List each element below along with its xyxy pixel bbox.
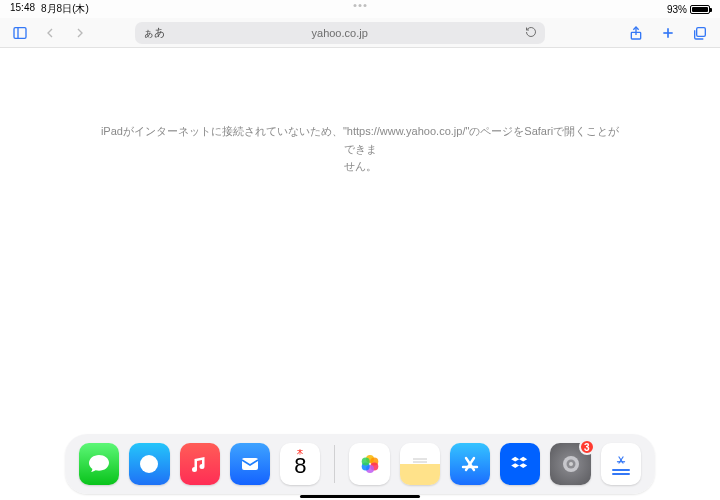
safari-toolbar: ぁあ yahoo.co.jp — [0, 18, 720, 48]
status-bar: 15:48 8月8日(木) 93% — [0, 0, 720, 18]
home-indicator[interactable] — [300, 495, 420, 498]
settings-badge: 3 — [579, 439, 595, 455]
error-line1: iPadがインターネットに接続されていないため、"https://www.yah… — [101, 125, 619, 155]
error-message: iPadがインターネットに接続されていないため、"https://www.yah… — [100, 123, 620, 176]
svg-point-15 — [361, 458, 369, 466]
url-bar[interactable]: ぁあ yahoo.co.jp — [135, 22, 545, 44]
battery-percentage: 93% — [667, 4, 687, 15]
sidebar-button[interactable] — [8, 21, 32, 45]
share-button[interactable] — [624, 21, 648, 45]
status-time: 15:48 — [10, 2, 35, 16]
multitask-dots-icon[interactable] — [354, 4, 367, 7]
svg-rect-0 — [14, 27, 26, 38]
dock: 木 8 3 — [65, 434, 655, 494]
svg-rect-9 — [242, 458, 258, 470]
new-tab-button[interactable] — [656, 21, 680, 45]
safari-app[interactable] — [129, 443, 169, 485]
calendar-app[interactable]: 木 8 — [280, 443, 320, 485]
music-app[interactable] — [180, 443, 220, 485]
svg-rect-5 — [697, 27, 706, 36]
forward-button[interactable] — [68, 21, 92, 45]
svg-point-23 — [569, 462, 573, 466]
dropbox-app[interactable] — [500, 443, 540, 485]
calendar-weekday: 木 — [297, 448, 303, 457]
dock-separator — [334, 445, 335, 483]
status-date: 8月8日(木) — [41, 2, 89, 16]
notes-app[interactable] — [400, 443, 440, 485]
text-size-button[interactable]: ぁあ — [143, 25, 165, 40]
messages-app[interactable] — [79, 443, 119, 485]
battery-icon — [690, 5, 710, 14]
tabs-button[interactable] — [688, 21, 712, 45]
page-content: iPadがインターネットに接続されていないため、"https://www.yah… — [0, 48, 720, 500]
reload-button[interactable] — [525, 26, 537, 40]
mail-app[interactable] — [230, 443, 270, 485]
photos-app[interactable] — [349, 443, 389, 485]
back-button[interactable] — [38, 21, 62, 45]
url-text: yahoo.co.jp — [312, 27, 368, 39]
recent-app[interactable] — [601, 443, 641, 485]
appstore-app[interactable] — [450, 443, 490, 485]
settings-app[interactable]: 3 — [550, 443, 590, 485]
error-line2: せん。 — [344, 160, 377, 172]
